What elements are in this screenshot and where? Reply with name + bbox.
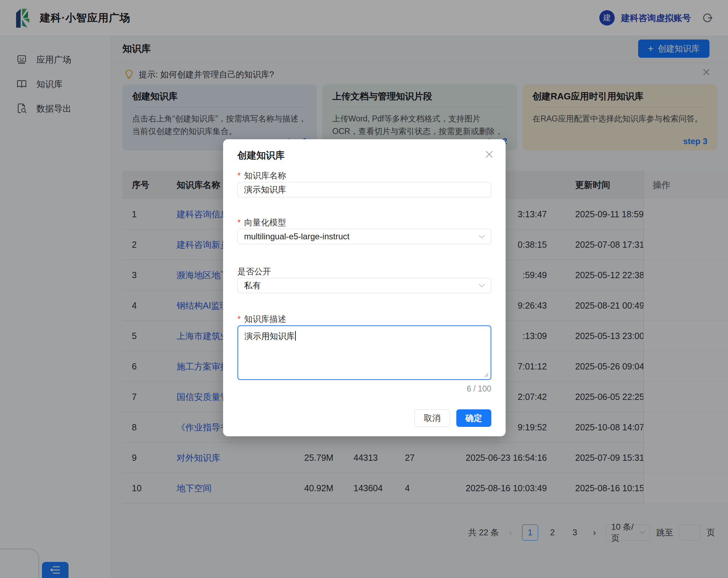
text-caret: [295, 331, 296, 341]
resize-handle-icon[interactable]: [484, 373, 489, 378]
cancel-button[interactable]: 取消: [414, 409, 450, 427]
modal-close-icon[interactable]: [484, 149, 494, 160]
kb-description-textarea[interactable]: 演示用知识库: [237, 325, 491, 380]
visibility-label: 是否公开: [237, 266, 271, 277]
confirm-button[interactable]: 确定: [456, 409, 491, 427]
embedding-model-label: 向量化模型: [237, 217, 286, 228]
char-counter: 6 / 100: [467, 384, 491, 394]
chevron-down-icon: [478, 234, 485, 239]
kb-name-input[interactable]: 演示知识库: [237, 182, 491, 197]
visibility-select[interactable]: 私有: [237, 278, 491, 293]
embedding-model-select[interactable]: multilingual-e5-large-instruct: [237, 229, 491, 244]
chevron-down-icon: [478, 283, 485, 288]
modal-title: 创建知识库: [237, 149, 285, 162]
kb-name-label: 知识库名称: [237, 170, 286, 181]
create-kb-modal: 创建知识库 知识库名称 演示知识库 向量化模型 multilingual-e5-…: [223, 139, 506, 436]
kb-description-label: 知识库描述: [237, 313, 286, 325]
